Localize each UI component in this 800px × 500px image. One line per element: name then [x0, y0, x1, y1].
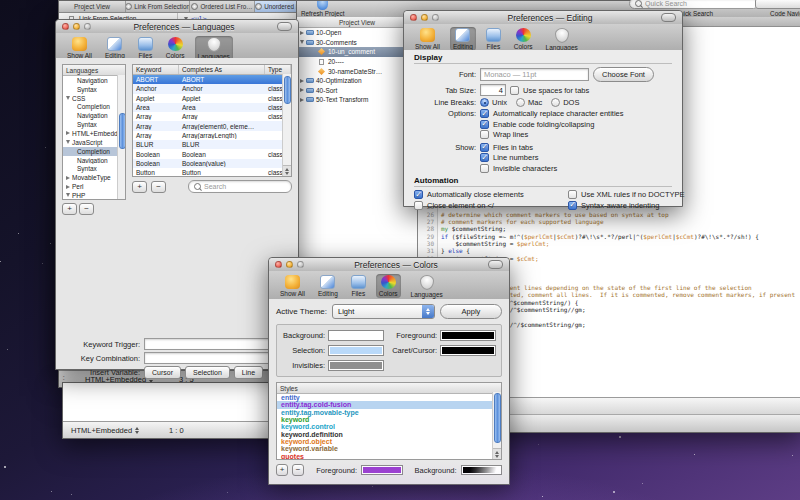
refresh-project-button[interactable]: Refresh Project: [301, 1, 344, 17]
keyword-search-input[interactable]: Search: [188, 180, 292, 193]
style-item-keyword[interactable]: keyword: [277, 416, 501, 423]
disclosure-closed-icon[interactable]: [66, 131, 70, 135]
keyword-table-row[interactable]: ArrayArray(element0, eleme…: [133, 121, 291, 130]
toolbar-show-all-button[interactable]: Show All: [64, 36, 95, 60]
zoom-button[interactable]: [432, 14, 439, 21]
toolbar-colors-button[interactable]: Colors: [163, 36, 188, 60]
project-tree-item-20[interactable]: 20----: [297, 57, 417, 67]
apply-button[interactable]: Apply: [440, 304, 502, 319]
style-background-well[interactable]: [461, 465, 502, 475]
keyword-table-row[interactable]: ArrayArray(arrayLength): [133, 131, 291, 140]
tab-ordered-list-fro[interactable]: Ordered List Fro…: [190, 1, 254, 12]
selection-well[interactable]: [328, 345, 384, 356]
language-popup[interactable]: HTML+Embedded: [71, 426, 139, 435]
language-item-php[interactable]: PHP: [63, 191, 125, 200]
language-item-navigation[interactable]: Navigation: [63, 111, 125, 120]
checkbox-use-spaces-for-tabs[interactable]: [510, 86, 519, 95]
language-item-syntax[interactable]: Syntax: [63, 120, 125, 129]
cursor-button[interactable]: Cursor: [144, 366, 181, 379]
language-item-javascript[interactable]: JavaScript: [63, 138, 125, 147]
remove-keyword-button[interactable]: −: [151, 181, 166, 193]
toolbar-colors-button[interactable]: Colors: [376, 274, 401, 298]
selection-button[interactable]: Selection: [185, 366, 230, 379]
styles-scrollbar[interactable]: [492, 392, 501, 459]
choose-font-button[interactable]: Choose Font: [593, 67, 654, 82]
keyword-table-row[interactable]: ABORTABORT: [133, 75, 291, 84]
disclosure-open-icon[interactable]: [300, 40, 304, 44]
language-item-navigation[interactable]: Navigation: [63, 76, 125, 85]
background-well[interactable]: [328, 330, 384, 341]
checkbox-automatically-replace-character-entities[interactable]: ✓: [480, 109, 489, 118]
column-header-type[interactable]: Type: [265, 65, 291, 74]
code-navigator-popup[interactable]: [755, 0, 800, 9]
keyword-trigger-field[interactable]: [144, 338, 284, 350]
foreground-well[interactable]: [440, 330, 496, 341]
collapse-widget[interactable]: [488, 260, 503, 269]
tab-size-field[interactable]: 4: [480, 84, 506, 96]
style-item-keyword-object[interactable]: keyword.object: [277, 438, 501, 445]
column-header-keyword[interactable]: Keyword: [133, 65, 179, 74]
style-item-keyword-control[interactable]: keyword.control: [277, 423, 501, 430]
project-tree-item-50-text-transform[interactable]: 50-Text Transform: [297, 95, 417, 105]
language-item-movabletype[interactable]: MovableType: [63, 173, 125, 182]
minimize-button[interactable]: [73, 23, 80, 30]
scrollbar-arrows[interactable]: [283, 165, 291, 176]
disclosure-closed-icon[interactable]: [300, 31, 304, 35]
keyword-table-scrollbar[interactable]: [282, 74, 291, 176]
project-tree-item-30-comments[interactable]: 30-Comments: [297, 38, 417, 48]
collapse-widget[interactable]: [661, 13, 676, 22]
project-tree-item-40-optimization[interactable]: 40-Optimization: [297, 76, 417, 86]
zoom-button[interactable]: [84, 23, 91, 30]
close-button[interactable]: [62, 23, 69, 30]
window-titlebar[interactable]: Preferences — Colors: [269, 258, 509, 272]
disclosure-closed-icon[interactable]: [300, 98, 304, 102]
language-item-css[interactable]: CSS: [63, 94, 125, 103]
toolbar-show-all-button[interactable]: Show All: [277, 274, 308, 298]
radio-unix[interactable]: [480, 98, 489, 107]
zoom-button[interactable]: [297, 261, 304, 268]
language-item-navigation[interactable]: Navigation: [63, 156, 125, 165]
toolbar-files-button[interactable]: Files: [135, 36, 156, 60]
close-button[interactable]: [275, 261, 282, 268]
language-item-syntax[interactable]: Syntax: [63, 85, 125, 94]
keyword-table-row[interactable]: AnchorAnchorclass: [133, 84, 291, 93]
language-item-completion[interactable]: Completion: [63, 103, 125, 112]
tab-link-from-selection[interactable]: Link From Selection: [126, 1, 190, 12]
checkbox-use-xml-rules-if-no-doctype[interactable]: [568, 190, 577, 199]
disclosure-closed-icon[interactable]: [300, 79, 304, 83]
minimize-button[interactable]: [286, 261, 293, 268]
radio-dos[interactable]: [551, 98, 560, 107]
radio-mac[interactable]: [516, 98, 525, 107]
disclosure-open-icon[interactable]: [66, 140, 70, 144]
scrollbar-arrows[interactable]: [493, 448, 501, 459]
disclosure-closed-icon[interactable]: [66, 176, 70, 180]
checkbox-line-numbers[interactable]: ✓: [480, 153, 489, 162]
project-tree-item-30-namedatestr[interactable]: 30-nameDateStr…: [297, 66, 417, 76]
disclosure-open-icon[interactable]: [66, 96, 70, 100]
toolbar-files-button[interactable]: Files: [348, 274, 369, 298]
project-tree-item-10-un-comment[interactable]: 10-un_comment: [297, 47, 417, 57]
checkbox-files-in-tabs[interactable]: ✓: [480, 143, 489, 152]
toolbar-files-button[interactable]: Files: [483, 27, 504, 51]
add-style-button[interactable]: +: [276, 464, 288, 476]
quick-search-input[interactable]: Quick Search: [629, 0, 759, 9]
toolbar-editing-button[interactable]: Editing: [315, 274, 341, 298]
toolbar-show-all-button[interactable]: Show All: [412, 27, 443, 51]
language-item-completion[interactable]: Completion: [63, 147, 125, 156]
keyword-table-row[interactable]: ArrayArrayclass: [133, 112, 291, 121]
caret-cursor-well[interactable]: [440, 345, 496, 356]
column-header-completes-as[interactable]: Completes As: [179, 65, 265, 74]
style-item-entity-tag-movable-type[interactable]: entity.tag.movable-type: [277, 409, 501, 416]
checkbox-syntax-aware-indenting[interactable]: ✓: [568, 201, 577, 210]
style-item-entity-tag-cold-fusion[interactable]: entity.tag.cold-fusion: [277, 401, 501, 408]
style-item-quotes[interactable]: quotes: [277, 452, 501, 459]
language-item-syntax[interactable]: Syntax: [63, 164, 125, 173]
add-keyword-button[interactable]: +: [132, 181, 147, 193]
project-tree-item-40-sort[interactable]: 40-Sort: [297, 86, 417, 96]
keyword-table-row[interactable]: ButtonButtonclass: [133, 168, 291, 177]
keyword-table-row[interactable]: AreaAreaclass: [133, 103, 291, 112]
close-button[interactable]: [410, 14, 417, 21]
remove-language-button[interactable]: −: [79, 203, 94, 215]
invisibles-well[interactable]: [328, 360, 384, 371]
style-foreground-well[interactable]: [361, 465, 402, 475]
